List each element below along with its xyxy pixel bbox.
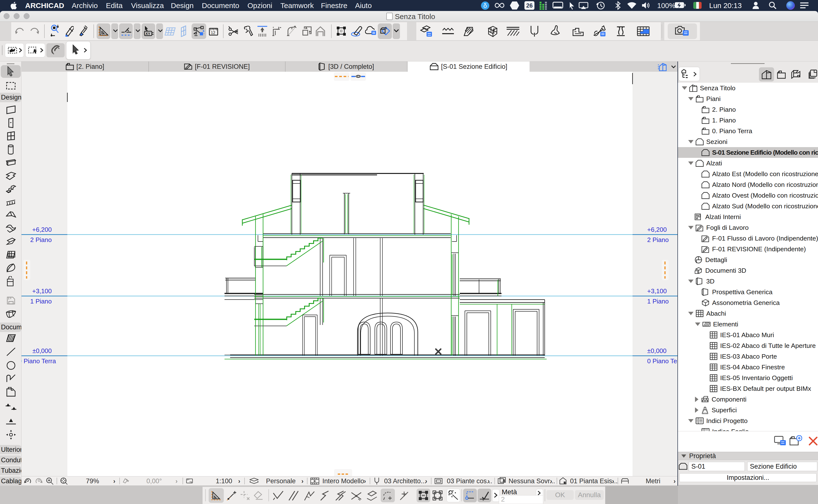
- svg-text:12: 12: [211, 31, 215, 35]
- svg-text:XY: XY: [145, 31, 150, 36]
